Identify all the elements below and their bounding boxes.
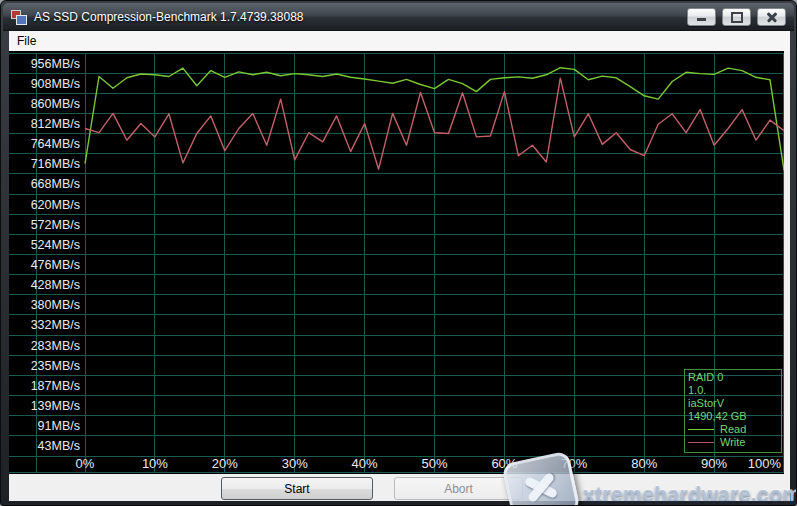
chart-legend: RAID 01.0.iaStorV1490,42 GBReadWrite bbox=[684, 369, 782, 453]
y-axis-label: 139MB/s bbox=[31, 399, 80, 413]
y-axis-label: 572MB/s bbox=[31, 218, 80, 232]
legend-line-sample bbox=[688, 429, 714, 430]
legend-entry: Read bbox=[688, 423, 778, 436]
close-icon bbox=[766, 11, 778, 23]
y-axis-label: 332MB/s bbox=[31, 318, 80, 332]
x-axis-label: 60% bbox=[491, 456, 517, 471]
titlebar[interactable]: AS SSD Compression-Benchmark 1.7.4739.38… bbox=[3, 3, 794, 31]
x-axis-label: 90% bbox=[701, 456, 727, 471]
y-axis-label: 860MB/s bbox=[31, 97, 80, 111]
x-axis-label: 10% bbox=[142, 456, 168, 471]
chart-canvas: 956MB/s908MB/s860MB/s812MB/s764MB/s716MB… bbox=[9, 51, 784, 474]
legend-line-sample bbox=[688, 442, 714, 443]
compression-benchmark-chart: 956MB/s908MB/s860MB/s812MB/s764MB/s716MB… bbox=[9, 51, 784, 474]
legend-entry: Write bbox=[688, 436, 778, 449]
y-axis-label: 43MB/s bbox=[38, 439, 80, 453]
maximize-button[interactable] bbox=[722, 8, 751, 26]
legend-info-line: iaStorV bbox=[688, 397, 778, 410]
y-axis-label: 91MB/s bbox=[38, 419, 80, 433]
y-axis-label: 476MB/s bbox=[31, 258, 80, 272]
start-button[interactable]: Start bbox=[221, 477, 373, 500]
client-area: 956MB/s908MB/s860MB/s812MB/s764MB/s716MB… bbox=[9, 51, 790, 501]
y-axis-label: 620MB/s bbox=[31, 198, 80, 212]
chart-background bbox=[9, 51, 784, 474]
legend-info-line: 1490,42 GB bbox=[688, 410, 778, 423]
bottom-toolbar: Start Abort bbox=[9, 474, 790, 501]
x-axis-label: 50% bbox=[421, 456, 447, 471]
x-axis-label: 70% bbox=[561, 456, 587, 471]
x-axis-label: 100% bbox=[748, 456, 782, 471]
app-window: AS SSD Compression-Benchmark 1.7.4739.38… bbox=[0, 0, 797, 506]
y-axis-label: 716MB/s bbox=[31, 157, 80, 171]
y-axis-label: 524MB/s bbox=[31, 238, 80, 252]
y-axis-label: 428MB/s bbox=[31, 278, 80, 292]
legend-info-line: RAID 0 bbox=[688, 371, 778, 384]
legend-info-line: 1.0. bbox=[688, 384, 778, 397]
app-icon bbox=[11, 10, 27, 24]
close-button[interactable] bbox=[757, 8, 786, 26]
y-axis-label: 812MB/s bbox=[31, 117, 80, 131]
y-axis-label: 283MB/s bbox=[31, 339, 80, 353]
minimize-button[interactable] bbox=[687, 8, 716, 26]
y-axis-label: 908MB/s bbox=[31, 77, 80, 91]
y-axis-label: 764MB/s bbox=[31, 137, 80, 151]
minimize-icon bbox=[697, 18, 706, 21]
window-title: AS SSD Compression-Benchmark 1.7.4739.38… bbox=[34, 10, 303, 24]
x-axis-label: 20% bbox=[212, 456, 238, 471]
y-axis-label: 668MB/s bbox=[31, 177, 80, 191]
legend-label: Write bbox=[720, 436, 745, 449]
x-axis-label: 0% bbox=[76, 456, 95, 471]
legend-label: Read bbox=[720, 423, 746, 436]
abort-button[interactable]: Abort bbox=[394, 477, 523, 500]
x-axis-label: 80% bbox=[631, 456, 657, 471]
y-axis-label: 956MB/s bbox=[31, 57, 80, 71]
x-axis-label: 40% bbox=[352, 456, 378, 471]
y-axis-label: 380MB/s bbox=[31, 298, 80, 312]
x-axis-label: 30% bbox=[282, 456, 308, 471]
menu-file[interactable]: File bbox=[9, 31, 44, 51]
y-axis-label: 187MB/s bbox=[31, 379, 80, 393]
y-axis-label: 235MB/s bbox=[31, 359, 80, 373]
window-controls bbox=[687, 8, 786, 26]
menubar: File bbox=[9, 31, 790, 51]
maximize-icon bbox=[731, 12, 743, 23]
